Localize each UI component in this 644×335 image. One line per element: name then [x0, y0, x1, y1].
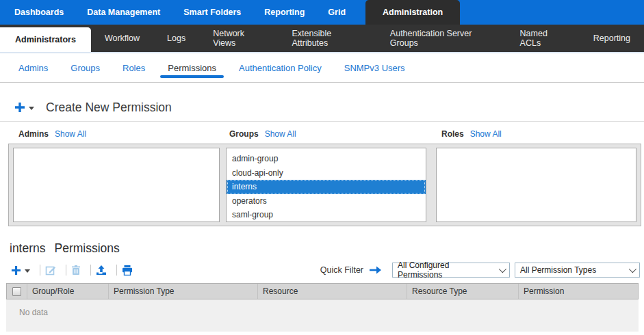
roles-label-row: RolesShow All	[441, 129, 502, 139]
list-item[interactable]: saml-group	[227, 208, 426, 222]
plus-icon	[14, 102, 25, 113]
subnav-named-acls[interactable]: Named ACLs	[506, 25, 580, 52]
add-permission-button[interactable]	[14, 102, 34, 113]
column-header-permission-type[interactable]: Permission Type	[108, 284, 257, 299]
column-header-permission[interactable]: Permission	[518, 284, 638, 299]
nav-data-management[interactable]: Data Management	[75, 0, 172, 25]
divider	[0, 121, 644, 122]
dropdown-caret-icon	[25, 269, 30, 273]
groups-label-row: GroupsShow All	[229, 129, 296, 139]
subnav-network-views[interactable]: Network Views	[199, 25, 278, 52]
empty-state-text: No data	[6, 299, 639, 317]
admins-listbox[interactable]	[13, 148, 220, 222]
toolbar-separator	[40, 265, 40, 276]
tab-permissions[interactable]: Permissions	[168, 53, 216, 82]
subnav-extensible-attributes[interactable]: Extensible Attributes	[278, 25, 376, 52]
edit-icon	[45, 265, 56, 276]
chevron-down-icon	[499, 265, 506, 273]
table-header-row: Group/Role Permission Type Resource Reso…	[6, 283, 639, 299]
list-item[interactable]: operators	[227, 194, 426, 209]
delete-icon	[71, 265, 81, 276]
upload-icon	[96, 265, 107, 276]
selected-group-name: interns	[10, 241, 46, 255]
print-button[interactable]	[122, 265, 133, 276]
list-item[interactable]: cloud-api-only	[227, 166, 426, 180]
plus-icon	[11, 265, 21, 276]
secondary-nav: Administrators Workflow Logs Network Vie…	[0, 25, 644, 52]
admins-label-row: AdminsShow All	[18, 129, 86, 139]
tab-groups[interactable]: Groups	[70, 53, 100, 82]
groups-show-all-link[interactable]: Show All	[265, 129, 296, 139]
groups-label: Groups	[229, 129, 259, 139]
roles-show-all-link[interactable]: Show All	[470, 129, 502, 139]
subnav-reporting[interactable]: Reporting	[580, 25, 644, 52]
select-all-checkbox[interactable]	[12, 287, 21, 296]
admins-show-all-link[interactable]: Show All	[55, 129, 86, 139]
nav-dashboards[interactable]: Dashboards	[3, 0, 75, 25]
subnav-workflow[interactable]: Workflow	[91, 25, 153, 52]
add-button[interactable]	[11, 265, 30, 276]
column-header-resource[interactable]: Resource	[257, 284, 407, 299]
configured-permissions-select[interactable]: All Configured Permissions	[392, 263, 510, 278]
create-permission-header: Create New Permission	[0, 83, 644, 115]
chevron-down-icon	[629, 265, 636, 273]
tab-snmpv3-users[interactable]: SNMPv3 Users	[344, 53, 405, 82]
column-header-group-role[interactable]: Group/Role	[27, 284, 108, 299]
primary-nav: Dashboards Data Management Smart Folders…	[0, 0, 644, 25]
tab-authentication-policy[interactable]: Authentication Policy	[239, 53, 322, 82]
list-item-selected[interactable]: interns	[227, 180, 426, 194]
dropdown-caret-icon	[29, 107, 34, 110]
permissions-table: Group/Role Permission Type Resource Reso…	[6, 283, 639, 332]
toolbar-separator	[116, 265, 117, 276]
upload-button[interactable]	[96, 265, 107, 276]
delete-button[interactable]	[71, 265, 81, 276]
tertiary-tabs: Admins Groups Roles Permissions Authenti…	[0, 52, 644, 83]
create-permission-title: Create New Permission	[46, 100, 172, 115]
nav-administration[interactable]: Administration	[365, 0, 460, 25]
groups-listbox[interactable]: admin-group cloud-api-only interns opera…	[226, 148, 426, 222]
column-header-resource-type[interactable]: Resource Type	[407, 284, 518, 299]
nav-reporting[interactable]: Reporting	[253, 0, 316, 25]
list-item[interactable]: admin-group	[227, 152, 426, 166]
permissions-section-title: internsPermissions	[10, 241, 644, 256]
configured-permissions-value: All Configured Permissions	[398, 260, 495, 280]
quick-filter-arrow-icon	[369, 265, 383, 275]
select-all-cell	[7, 284, 27, 299]
edit-button[interactable]	[45, 265, 56, 276]
table-body: No data	[6, 299, 639, 332]
subnav-administrators[interactable]: Administrators	[0, 27, 91, 52]
subnav-authentication-server-groups[interactable]: Authentication Server Groups	[376, 25, 506, 52]
tab-admins[interactable]: Admins	[18, 53, 48, 82]
permission-pickers: AdminsShow All GroupsShow All RolesShow …	[0, 127, 644, 232]
permissions-title-suffix: Permissions	[55, 241, 120, 255]
roles-label: Roles	[441, 129, 464, 139]
roles-listbox[interactable]	[436, 148, 636, 222]
print-icon	[122, 265, 133, 276]
permission-types-select[interactable]: All Permission Types	[515, 263, 640, 278]
subnav-logs[interactable]: Logs	[153, 25, 199, 52]
tab-roles[interactable]: Roles	[123, 53, 145, 82]
permission-types-value: All Permission Types	[520, 265, 596, 275]
admins-label: Admins	[18, 129, 49, 139]
nav-smart-folders[interactable]: Smart Folders	[172, 0, 253, 25]
toolbar-separator	[90, 265, 91, 276]
quick-filter-label: Quick Filter	[320, 265, 363, 275]
toolbar-separator	[66, 265, 66, 276]
permissions-toolbar: Quick Filter All Configured Permissions …	[11, 262, 640, 278]
nav-grid[interactable]: Grid	[316, 0, 357, 25]
pickers-panel: admin-group cloud-api-only interns opera…	[8, 144, 641, 226]
